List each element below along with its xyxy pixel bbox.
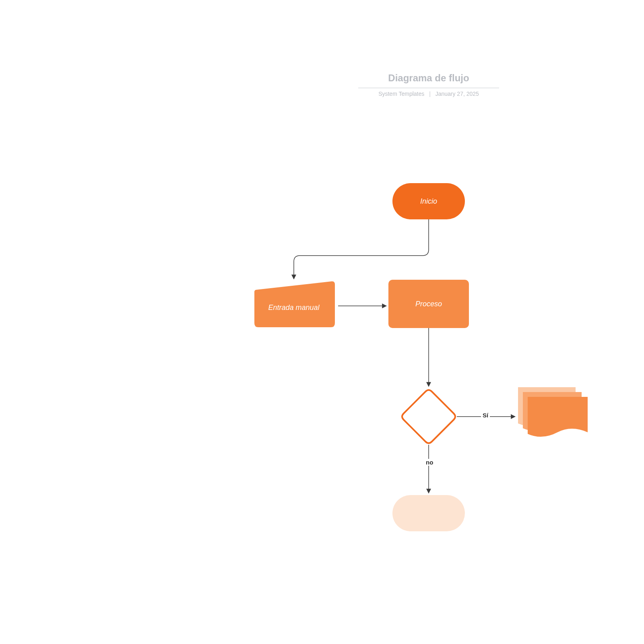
diagram-subtitle: System Templates | January 27, 2025 [358, 91, 499, 97]
edge-start-to-manual [294, 219, 429, 279]
node-multi-document[interactable] [517, 386, 588, 443]
node-decision[interactable] [400, 388, 457, 445]
node-process[interactable]: Proceso [388, 280, 469, 328]
node-manual-input[interactable]: Entrada manual [250, 280, 338, 328]
edge-label-yes: Sí [481, 412, 490, 419]
edge-label-no: no [424, 459, 435, 466]
decision-shape-icon [400, 388, 457, 445]
diagram-header: Diagrama de flujo System Templates | Jan… [358, 72, 499, 97]
diagram-author: System Templates [378, 91, 424, 97]
node-end[interactable] [392, 495, 465, 531]
header-divider [358, 88, 499, 88]
node-start[interactable]: Inicio [392, 183, 465, 219]
diagram-canvas: Diagrama de flujo System Templates | Jan… [0, 0, 644, 644]
multi-document-shape-icon [517, 386, 588, 443]
subtitle-separator: | [429, 91, 431, 97]
diagram-title: Diagrama de flujo [358, 72, 499, 86]
node-manual-input-label: Entrada manual [250, 280, 338, 328]
node-start-label: Inicio [420, 197, 437, 206]
diagram-date: January 27, 2025 [436, 91, 479, 97]
node-process-label: Proceso [415, 300, 442, 308]
